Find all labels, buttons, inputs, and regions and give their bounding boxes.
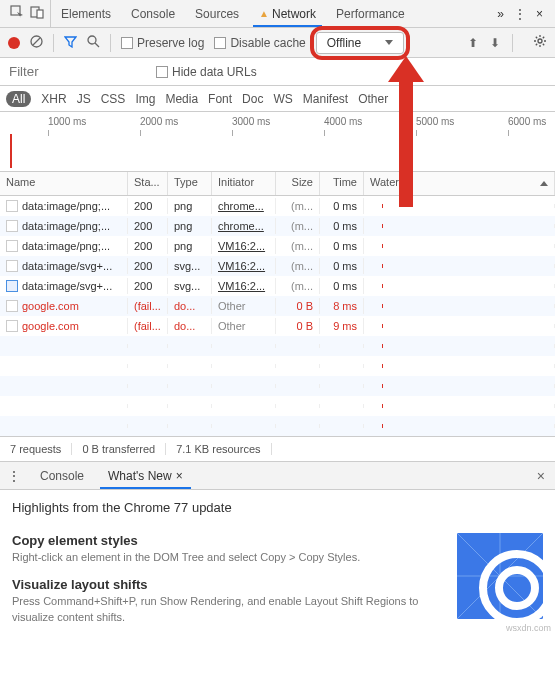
cell-size: (m... xyxy=(276,238,320,254)
cell-type: png xyxy=(168,198,212,214)
tab-sources[interactable]: Sources xyxy=(185,0,249,27)
type-filter-media[interactable]: Media xyxy=(165,92,198,106)
table-row[interactable]: google.com(fail...do...Other0 B9 ms xyxy=(0,316,555,336)
tab-network[interactable]: ▲Network xyxy=(249,0,326,27)
cell-time: 0 ms xyxy=(320,198,364,214)
th-waterfall[interactable]: Waterfall xyxy=(364,172,555,195)
th-status[interactable]: Sta... xyxy=(128,172,168,195)
cell-name: data:image/png;... xyxy=(0,198,128,214)
tab-elements[interactable]: Elements xyxy=(51,0,121,27)
tab-console[interactable]: Console xyxy=(121,0,185,27)
import-har-icon[interactable]: ⬆ xyxy=(468,36,478,50)
file-icon xyxy=(6,260,18,272)
cell-initiator[interactable]: VM16:2... xyxy=(212,238,276,254)
whatsnew-item-desc: Press Command+Shift+P, run Show Renderin… xyxy=(12,594,443,625)
filter-bar: Hide data URLs xyxy=(0,58,555,86)
cell-type: svg... xyxy=(168,278,212,294)
devtools-tabs-bar: Elements Console Sources ▲Network Perfor… xyxy=(0,0,555,28)
table-row[interactable]: google.com(fail...do...Other0 B8 ms xyxy=(0,296,555,316)
more-tabs-button[interactable]: » xyxy=(497,7,504,21)
preserve-log-checkbox[interactable]: Preserve log xyxy=(121,36,204,50)
table-row-empty xyxy=(0,416,555,436)
timeline-tick: 2000 ms xyxy=(140,116,178,127)
type-filter-font[interactable]: Font xyxy=(208,92,232,106)
cell-initiator[interactable]: chrome... xyxy=(212,218,276,234)
cell-initiator[interactable]: VM16:2... xyxy=(212,278,276,294)
type-filter-css[interactable]: CSS xyxy=(101,92,126,106)
table-row-empty xyxy=(0,336,555,356)
cell-time: 0 ms xyxy=(320,218,364,234)
table-row[interactable]: data:image/svg+...200svg...VM16:2...(m..… xyxy=(0,256,555,276)
cell-name: google.com xyxy=(0,298,128,314)
whatsnew-item-title[interactable]: Copy element styles xyxy=(12,533,443,548)
cell-waterfall xyxy=(364,244,555,248)
type-filter-other[interactable]: Other xyxy=(358,92,388,106)
type-filter-ws[interactable]: WS xyxy=(273,92,292,106)
summary-requests: 7 requests xyxy=(0,443,72,455)
cell-waterfall xyxy=(364,324,555,328)
whatsnew-item-title[interactable]: Visualize layout shifts xyxy=(12,577,443,592)
settings-gear-icon[interactable] xyxy=(533,34,547,51)
type-filter-doc[interactable]: Doc xyxy=(242,92,263,106)
cell-size: (m... xyxy=(276,218,320,234)
request-types-bar: All XHR JS CSS Img Media Font Doc WS Man… xyxy=(0,86,555,112)
file-icon xyxy=(6,220,18,232)
cell-initiator[interactable]: VM16:2... xyxy=(212,258,276,274)
export-har-icon[interactable]: ⬇ xyxy=(490,36,500,50)
network-table: Name Sta... Type Initiator Size Time Wat… xyxy=(0,172,555,436)
drawer-tab-console[interactable]: Console xyxy=(28,462,96,489)
table-row-empty xyxy=(0,356,555,376)
timeline-overview[interactable]: 1000 ms 2000 ms 3000 ms 4000 ms 5000 ms … xyxy=(0,112,555,172)
chevron-down-icon xyxy=(385,40,393,45)
cell-status: (fail... xyxy=(128,318,168,334)
record-button[interactable] xyxy=(8,37,20,49)
cell-status: 200 xyxy=(128,258,168,274)
drawer-menu-icon[interactable]: ⋮ xyxy=(0,469,28,483)
throttling-select[interactable]: Offline xyxy=(316,32,404,54)
cell-type: do... xyxy=(168,298,212,314)
cell-time: 0 ms xyxy=(320,238,364,254)
type-filter-js[interactable]: JS xyxy=(77,92,91,106)
drawer-close-button[interactable]: × xyxy=(527,468,555,484)
table-row[interactable]: data:image/png;...200pngchrome...(m...0 … xyxy=(0,216,555,236)
table-row[interactable]: data:image/png;...200pngchrome...(m...0 … xyxy=(0,196,555,216)
cell-initiator[interactable]: Other xyxy=(212,298,276,314)
close-devtools-button[interactable]: × xyxy=(536,7,543,21)
disable-cache-checkbox[interactable]: Disable cache xyxy=(214,36,305,50)
cell-initiator[interactable]: chrome... xyxy=(212,198,276,214)
cell-status: 200 xyxy=(128,278,168,294)
th-time[interactable]: Time xyxy=(320,172,364,195)
cell-waterfall xyxy=(364,224,555,228)
cell-type: svg... xyxy=(168,258,212,274)
timeline-tick: 3000 ms xyxy=(232,116,270,127)
close-icon[interactable]: × xyxy=(176,469,183,483)
cell-initiator[interactable]: Other xyxy=(212,318,276,334)
type-filter-all[interactable]: All xyxy=(6,91,31,107)
device-toolbar-icon[interactable] xyxy=(30,5,44,22)
hide-data-urls-checkbox[interactable]: Hide data URLs xyxy=(156,65,257,79)
drawer-tab-whatsnew[interactable]: What's New× xyxy=(96,462,195,489)
search-icon[interactable] xyxy=(87,35,100,51)
table-row[interactable]: data:image/png;...200pngVM16:2...(m...0 … xyxy=(0,236,555,256)
watermark: wsxdn.com xyxy=(506,623,551,633)
filter-input[interactable] xyxy=(6,61,146,82)
type-filter-xhr[interactable]: XHR xyxy=(41,92,66,106)
cell-size: (m... xyxy=(276,258,320,274)
th-size[interactable]: Size xyxy=(276,172,320,195)
cell-waterfall xyxy=(364,264,555,268)
th-initiator[interactable]: Initiator xyxy=(212,172,276,195)
type-filter-img[interactable]: Img xyxy=(135,92,155,106)
whatsnew-thumbnail xyxy=(457,533,543,619)
table-row[interactable]: data:image/svg+...200svg...VM16:2...(m..… xyxy=(0,276,555,296)
tab-performance[interactable]: Performance xyxy=(326,0,415,27)
timeline-tick: 1000 ms xyxy=(48,116,86,127)
summary-resources: 7.1 KB resources xyxy=(166,443,271,455)
th-name[interactable]: Name xyxy=(0,172,128,195)
filter-icon[interactable] xyxy=(64,35,77,51)
inspect-element-icon[interactable] xyxy=(10,5,24,22)
th-type[interactable]: Type xyxy=(168,172,212,195)
type-filter-manifest[interactable]: Manifest xyxy=(303,92,348,106)
timeline-load-marker xyxy=(10,134,12,168)
kebab-menu-icon[interactable]: ⋮ xyxy=(514,7,526,21)
clear-button[interactable] xyxy=(30,35,43,51)
